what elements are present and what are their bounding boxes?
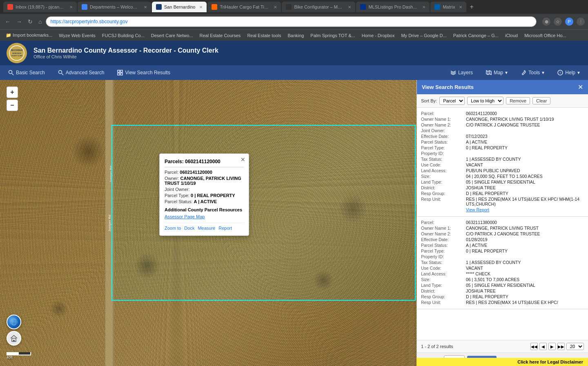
result-owner1-val-2: CANONGE, PATRICK LIVING TRUST (466, 226, 539, 231)
tab-close-sb[interactable]: ✕ (199, 5, 203, 9)
tab-close-bike[interactable]: ✕ (348, 5, 351, 9)
tab-mls[interactable]: MLSListings Pro Dashboard – D... ✕ (356, 2, 430, 12)
sort-direction-select[interactable]: Low to High (467, 97, 503, 105)
result-usecode-row-2: Use Code: VACANT (421, 266, 584, 271)
svg-line-5 (12, 73, 13, 75)
result-respunit-row-1: Resp Unit: RES | RES ZONE(MAX 14 UTS)&US… (421, 197, 584, 206)
result-size-row-2: Size: 06 | 3,501 TO 7,000 ACRES (421, 277, 584, 282)
scale-line (7, 352, 31, 355)
result-landtype-row-1: Land Type: 05 | SINGLE FAMILY RESIDENTIA… (421, 180, 584, 184)
view-report-link-1[interactable]: View Report (466, 207, 489, 212)
tab-san-bernardino[interactable]: San Bernardino ✕ (152, 2, 207, 12)
popup-parcel-label: Parcel: (165, 170, 178, 175)
scale-indicator: 40ft (7, 352, 31, 359)
sort-by-select[interactable]: Parcel (439, 97, 465, 105)
bookmark-label: Home - Dropbox (362, 33, 395, 38)
result-landaccess-val-1: PUB/UN PUBLIC UNPAVED (466, 168, 520, 173)
svg-rect-8 (118, 70, 120, 72)
tab-inbox[interactable]: Inbox (19,887) - pjcanonge@g... ✕ (3, 2, 77, 12)
page-prev-button[interactable]: ◀ (539, 343, 547, 350)
page-count-select[interactable]: 20 (566, 343, 584, 350)
address-bar[interactable]: https://arcpropertyinfo.sbcounty.gov (46, 16, 537, 27)
page-last-button[interactable]: ▶▶ (557, 343, 565, 350)
result-owner1-val-1: CANONGE, PATRICK LIVING TRUST 1/10/19 (466, 117, 554, 122)
home-button[interactable]: ⌂ (37, 17, 43, 27)
bookmark-icloud[interactable]: iCloud (503, 32, 520, 39)
result-landtype-row-2: Land Type: 05 | SINGLE FAMILY RESIDENTIA… (421, 283, 584, 288)
toolbar-right: Layers Map ▾ Tools ▾ ? Help ▾ (447, 68, 583, 77)
basic-search-button[interactable]: Basic Search (5, 68, 48, 77)
tab-close-mls[interactable]: ✕ (422, 5, 425, 9)
layers-button[interactable]: Layers (447, 68, 476, 77)
page-first-button[interactable]: ◀◀ (530, 343, 538, 350)
bookmark-dropbox[interactable]: Home - Dropbox (359, 32, 397, 39)
bookmark-re-tools[interactable]: Real Estate tools (245, 32, 283, 39)
tab-close-trihaul[interactable]: ✕ (274, 5, 277, 9)
bookmark-label: Palm Springs TOT &... (310, 33, 355, 38)
bookmark-import[interactable]: 📁 Import bookmarks... (3, 32, 55, 39)
tab-close-inbox[interactable]: ✕ (69, 5, 73, 9)
bookmark-patrick[interactable]: Patrick Canonge – G... (451, 32, 501, 39)
advanced-search-button[interactable]: Advanced Search (55, 68, 108, 77)
results-scroll-area[interactable]: Parcel: 0602141120000 Owner Name 1: CANO… (417, 108, 588, 340)
result-effdate-row-2: Effective Date: 01/28/2019 (421, 237, 584, 242)
legal-disclaimer-bar[interactable]: Click here for Legal Disclaimer (416, 358, 588, 366)
popup-divider (165, 167, 244, 167)
tab-label-bike: Bike Configurator – Murf Electr... (294, 4, 344, 9)
tab-favicon-inbox (7, 4, 13, 10)
home-button[interactable] (7, 331, 21, 346)
tab-bike[interactable]: Bike Configurator – Murf Electr... ✕ (282, 2, 355, 12)
pagination: ◀◀ ◀ ▶ ▶▶ 20 (530, 343, 584, 350)
scale-label: 40ft (7, 355, 13, 359)
assessor-page-map-link[interactable]: Assessor Page Map (165, 214, 205, 219)
bookmark-wyze[interactable]: Wyze Web Events (56, 32, 98, 39)
refresh-button[interactable]: ↻ (26, 17, 34, 27)
scale-seg-1 (7, 352, 19, 355)
result-card-1: Parcel: 0602141120000 Owner Name 1: CANO… (417, 108, 588, 217)
bookmark-label: Patrick Canonge – G... (453, 33, 499, 38)
forward-button[interactable]: → (15, 17, 24, 27)
tab-close-departments[interactable]: ✕ (144, 5, 147, 9)
result-respgroup-val-2: D | REAL PROPERTY (466, 294, 508, 299)
new-tab-button[interactable]: + (470, 3, 473, 11)
remove-button[interactable]: Remove (506, 97, 530, 104)
profile-icon[interactable]: P (565, 18, 573, 26)
tab-departments[interactable]: Departments – Welcome to San... ✕ (78, 2, 151, 12)
bookmark-microsoft[interactable]: Microsoft Office Ho... (522, 32, 569, 39)
zoom-out-button[interactable]: − (7, 100, 18, 111)
layers-label: Layers (458, 70, 473, 75)
bookmark-fucsj[interactable]: FUCSJ Building Co... (100, 32, 147, 39)
tab-trihaul[interactable]: TriHauler Cargo Fat Tire Etrike... ✕ (207, 2, 281, 12)
popup-zoom-action[interactable]: Zoom to (165, 226, 181, 231)
popup-title: Parcels: 0602141120000 (165, 159, 244, 164)
popup-measure-action[interactable]: Measure (198, 226, 215, 231)
help-button[interactable]: ? Help ▾ (554, 68, 583, 77)
globe-button[interactable] (7, 315, 21, 329)
bookmark-desert[interactable]: Desert Care Netwo... (149, 32, 196, 39)
bookmark-icon[interactable]: ☆ (554, 18, 562, 26)
results-close-button[interactable]: ✕ (578, 83, 583, 91)
bookmark-label: Banking (288, 33, 304, 38)
bookmark-tot[interactable]: Palm Springs TOT &... (308, 32, 357, 39)
zoom-in-button[interactable]: + (7, 87, 18, 98)
extensions-icon[interactable]: ⊕ (542, 18, 550, 26)
popup-report-action[interactable]: Report (218, 226, 232, 231)
popup-close-button[interactable]: ✕ (241, 156, 245, 163)
app-logo: RECORDER ASSESSOR COUNTY CLERK (7, 43, 27, 63)
tab-label-inbox: Inbox (19,887) - pjcanonge@g... (16, 4, 65, 9)
tab-close-matrix[interactable]: ✕ (459, 5, 462, 9)
clear-button[interactable]: Clear (532, 97, 550, 104)
menu-icon[interactable]: ⋮ (577, 18, 585, 26)
bookmark-banking[interactable]: Banking (285, 32, 307, 39)
map-button[interactable]: Map ▾ (483, 68, 511, 77)
result-respgroup-label-2: Resp Group: (421, 294, 466, 299)
popup-dock-action[interactable]: Dock (184, 226, 194, 231)
view-results-button[interactable]: View Search Results (114, 68, 174, 77)
page-next-button[interactable]: ▶ (548, 343, 556, 350)
bookmark-re-courses[interactable]: Real Estate Courses (197, 32, 243, 39)
tools-button[interactable]: Tools ▾ (517, 68, 548, 77)
bookmark-gdrive[interactable]: My Drive – Google D... (399, 32, 449, 39)
selection-rectangle (111, 125, 416, 301)
tab-matrix[interactable]: Matrix ✕ (430, 2, 466, 12)
back-button[interactable]: ← (3, 17, 12, 27)
